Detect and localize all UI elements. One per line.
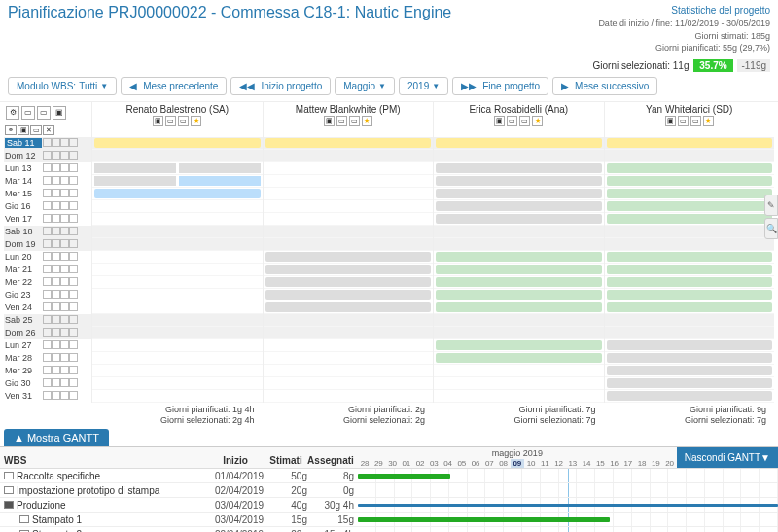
planner-cell[interactable] <box>605 175 775 188</box>
allocation-block[interactable] <box>607 366 773 375</box>
allocation-block[interactable] <box>607 189 773 198</box>
calendar-day[interactable]: 29 <box>371 459 385 468</box>
icon[interactable] <box>69 302 78 311</box>
icon[interactable] <box>52 391 60 400</box>
icon[interactable] <box>69 391 78 400</box>
calendar-day[interactable]: 13 <box>566 459 580 468</box>
allocation-block[interactable] <box>265 277 432 287</box>
planner-cell[interactable] <box>434 238 604 251</box>
planner-cell[interactable] <box>92 137 263 150</box>
planner-cell[interactable] <box>92 301 263 314</box>
year-select[interactable]: 2019 ▼ <box>399 77 448 95</box>
planner-cell[interactable] <box>605 289 775 301</box>
icon[interactable] <box>69 163 78 172</box>
planner-cell[interactable] <box>264 150 434 162</box>
planner-cell[interactable] <box>264 188 434 200</box>
day-row[interactable]: Ven 24 <box>4 301 91 314</box>
icon[interactable] <box>60 328 69 337</box>
icon[interactable] <box>60 189 69 197</box>
planner-cell[interactable] <box>605 150 775 162</box>
icon[interactable] <box>52 151 60 160</box>
icon[interactable] <box>43 163 52 172</box>
hide-gantt-button[interactable]: Nascondi GANTT ▼ <box>677 447 778 468</box>
icon[interactable] <box>43 201 52 210</box>
planner-cell[interactable] <box>605 264 775 276</box>
res-tool-icon[interactable]: ▣ <box>324 116 335 126</box>
prev-month-button[interactable]: ◀Mese precedente <box>121 77 227 95</box>
star-icon[interactable]: ★ <box>703 116 714 126</box>
planner-cell[interactable] <box>605 377 775 390</box>
planner-cell[interactable] <box>434 150 604 162</box>
icon[interactable] <box>60 176 69 185</box>
icon[interactable] <box>52 163 60 172</box>
planner-cell[interactable] <box>264 175 434 188</box>
day-row[interactable]: Ven 17 <box>4 213 91 226</box>
allocation-block[interactable] <box>436 302 602 312</box>
star-icon[interactable]: ★ <box>532 116 543 126</box>
planner-cell[interactable] <box>264 390 434 403</box>
calendar-day[interactable]: 07 <box>482 459 496 468</box>
allocation-block[interactable] <box>436 163 602 173</box>
icon[interactable] <box>43 138 52 147</box>
allocation-block[interactable] <box>265 290 432 300</box>
icon[interactable] <box>60 277 69 286</box>
icon[interactable] <box>60 214 69 223</box>
tool-icon[interactable]: ▭ <box>21 106 35 120</box>
gantt-bar[interactable] <box>358 517 610 522</box>
planner-cell[interactable] <box>264 314 434 327</box>
planner-cell[interactable] <box>434 264 604 276</box>
planner-cell[interactable] <box>434 352 604 365</box>
star-icon[interactable]: ★ <box>191 116 201 126</box>
icon[interactable] <box>52 353 60 362</box>
planner-cell[interactable] <box>264 264 434 276</box>
icon[interactable] <box>69 290 78 299</box>
icon[interactable] <box>60 340 69 349</box>
planner-cell[interactable] <box>92 162 263 175</box>
planner-cell[interactable] <box>264 365 434 377</box>
planner-cell[interactable] <box>605 137 775 150</box>
icon[interactable] <box>52 227 60 235</box>
delete-icon[interactable]: ✕ <box>43 125 54 135</box>
planner-cell[interactable] <box>434 365 604 377</box>
planner-cell[interactable] <box>434 188 604 200</box>
day-row[interactable]: Mar 21 <box>4 264 91 276</box>
allocation-block[interactable] <box>607 302 773 312</box>
res-tool-icon[interactable]: ▭ <box>690 116 701 126</box>
day-row[interactable]: Gio 16 <box>4 200 91 213</box>
planner-cell[interactable] <box>92 150 263 162</box>
planner-cell[interactable] <box>434 314 604 327</box>
icon[interactable] <box>60 391 69 400</box>
day-row[interactable]: Dom 12 <box>4 150 91 162</box>
planner-cell[interactable] <box>92 188 263 200</box>
planner-cell[interactable] <box>264 137 434 150</box>
planner-cell[interactable] <box>264 226 434 238</box>
calendar-day[interactable]: 10 <box>524 459 538 468</box>
icon[interactable] <box>52 138 60 147</box>
planner-cell[interactable] <box>92 390 263 403</box>
allocation-block[interactable] <box>607 138 773 148</box>
gantt-row[interactable]: Stampato 222/04/201920g15g 4h <box>0 527 778 532</box>
allocation-block[interactable] <box>436 277 602 287</box>
tool-icon[interactable]: ▭ <box>37 106 51 120</box>
icon[interactable] <box>52 252 60 261</box>
planner-cell[interactable] <box>434 251 604 264</box>
icon[interactable] <box>60 252 69 261</box>
planner-cell[interactable] <box>92 251 263 264</box>
day-row[interactable]: Sab 18 <box>4 226 91 238</box>
calendar-day[interactable]: 06 <box>469 459 482 468</box>
res-tool-icon[interactable]: ▭ <box>507 116 517 126</box>
icon[interactable] <box>52 265 60 273</box>
icon[interactable] <box>43 290 52 299</box>
day-row[interactable]: Lun 13 <box>4 162 91 175</box>
planner-cell[interactable] <box>92 289 263 301</box>
day-row[interactable]: Sab 25 <box>4 314 91 327</box>
planner-cell[interactable] <box>434 175 604 188</box>
icon[interactable] <box>60 378 69 387</box>
planner-cell[interactable] <box>605 162 775 175</box>
allocation-block[interactable] <box>607 340 773 350</box>
day-row[interactable]: Mar 14 <box>4 175 91 188</box>
allocation-block[interactable] <box>265 252 432 262</box>
gantt-row[interactable]: Stampato 103/04/201915g15g <box>0 513 778 527</box>
planner-cell[interactable] <box>605 200 775 213</box>
icon[interactable] <box>43 328 52 337</box>
